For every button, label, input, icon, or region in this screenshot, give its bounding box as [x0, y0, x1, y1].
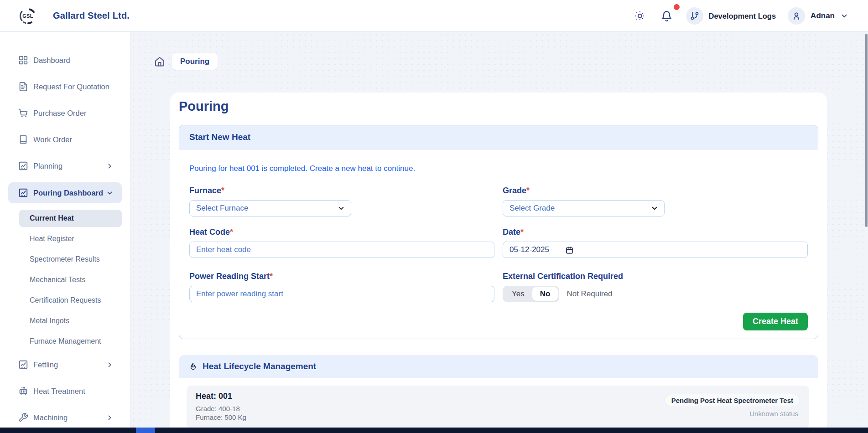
sidebar-item-label: Machining	[33, 413, 68, 422]
main-content-area: Pouring Pouring Start New Heat Pouring f…	[130, 32, 868, 428]
chevron-down-icon	[106, 189, 114, 197]
date-field: Date* 05-12-2025	[503, 227, 808, 258]
sidebar-item-label: Fettling	[33, 361, 58, 369]
external-certification-field: External Certification Required Yes No N…	[503, 272, 808, 302]
heat-summary-card: Heat: 001 Grade: 400-18 Furnace: 500 Kg …	[187, 386, 809, 428]
sidebar-subitem-spectrometer-results[interactable]: Spectrometer Results	[19, 251, 122, 268]
heater-icon	[18, 386, 28, 396]
theme-toggle-button[interactable]	[633, 9, 647, 23]
furnace-label: Furnace*	[189, 186, 494, 196]
chevron-right-icon	[106, 361, 114, 369]
sub-item-label: Mechanical Tests	[30, 276, 85, 284]
company-logo[interactable]: GSL	[17, 5, 38, 26]
sub-item-label: Furnace Management	[30, 337, 101, 345]
development-logs-link[interactable]: Development Logs	[686, 7, 776, 25]
label-text: Grade	[503, 186, 526, 195]
bottom-bar	[0, 428, 868, 433]
page-title: Pouring	[179, 99, 818, 114]
sidebar-item-planning[interactable]: Planning	[8, 156, 122, 176]
chevron-right-icon	[106, 162, 114, 170]
vertical-scrollbar[interactable]	[865, 34, 868, 227]
sidebar-item-heat-treatment[interactable]: Heat Treatment	[8, 381, 122, 401]
sub-item-label: Spectrometer Results	[30, 255, 100, 263]
sidebar-subitem-metal-ingots[interactable]: Metal Ingots	[19, 312, 122, 330]
sidebar-item-dashboard[interactable]: Dashboard	[8, 50, 122, 70]
chevron-down-icon	[650, 204, 659, 212]
label-text: Heat Code	[189, 227, 230, 237]
sub-item-label: Metal Ingots	[30, 317, 69, 325]
label-text: Furnace	[189, 186, 221, 195]
heat-code-field: Heat Code*	[189, 227, 494, 258]
notifications-button[interactable]	[659, 9, 674, 24]
heat-code-label: Heat Code*	[189, 227, 494, 237]
sidebar-item-purchase-order[interactable]: Purchase Order	[8, 103, 122, 123]
home-breadcrumb-button[interactable]	[154, 56, 165, 67]
fettling-chart-icon	[18, 360, 28, 370]
power-reading-input[interactable]	[189, 286, 494, 302]
sidebar-item-pouring-dashboard[interactable]: Pouring Dashboard	[8, 182, 122, 203]
toggle-yes-option[interactable]: Yes	[504, 287, 532, 301]
sub-item-label: Current Heat	[30, 214, 74, 222]
heat-lifecycle-section: Heat Lifecycle Management Heat: 001 Grad…	[179, 355, 818, 428]
app-header: GSL Gallard Steel Ltd. Devel	[0, 0, 868, 32]
grade-field: Grade* Select Grade	[503, 186, 808, 216]
sidebar-item-label: Pouring Dashboard	[33, 189, 103, 197]
power-reading-field: Power Reading Start*	[189, 272, 494, 302]
external-cert-toggle: Yes No	[503, 286, 559, 302]
toggle-no-option[interactable]: No	[532, 287, 558, 301]
sidebar-subitem-current-heat[interactable]: Current Heat	[19, 210, 122, 227]
cert-status-text: Not Required	[567, 289, 612, 299]
calendar-icon[interactable]	[566, 246, 573, 254]
sidebar-subitem-mechanical-tests[interactable]: Mechanical Tests	[19, 271, 122, 289]
sidebar-item-label: Work Order	[33, 135, 72, 144]
sidebar-nav: Dashboard Request For Quotation Purchase…	[0, 32, 130, 428]
external-certification-label: External Certification Required	[503, 272, 808, 281]
chevron-down-icon	[840, 12, 848, 20]
status-subtext: Unknown status	[665, 410, 800, 418]
document-icon	[18, 82, 28, 92]
bottom-bar-accent	[136, 428, 155, 433]
logo-text: GSL	[17, 5, 38, 26]
development-logs-label: Development Logs	[709, 12, 776, 21]
company-name: Gallard Steel Ltd.	[53, 10, 130, 21]
grade-label: Grade*	[503, 186, 808, 196]
sidebar-item-request-for-quotation[interactable]: Request For Quotation	[8, 77, 122, 97]
required-asterisk: *	[230, 227, 233, 237]
planning-chart-icon	[18, 161, 28, 171]
dashboard-grid-icon	[18, 55, 28, 65]
status-badge: Pending Post Heat Spectrometer Test	[665, 394, 800, 407]
power-reading-label: Power Reading Start*	[189, 272, 494, 281]
sidebar-item-label: Dashboard	[33, 56, 70, 65]
pouring-dashboard-submenu: Current Heat Heat Register Spectrometer …	[19, 210, 122, 350]
breadcrumb: Pouring	[154, 53, 218, 70]
create-heat-button[interactable]: Create Heat	[743, 313, 808, 330]
select-placeholder: Select Grade	[509, 204, 555, 213]
label-text: Date	[503, 227, 520, 237]
heat-code-input[interactable]	[189, 242, 494, 258]
heat-summary-left: Heat: 001 Grade: 400-18 Furnace: 500 Kg	[196, 392, 246, 422]
user-menu[interactable]: Adnan	[788, 7, 848, 25]
select-placeholder: Select Furnace	[196, 204, 248, 213]
heat-number: Heat: 001	[196, 392, 246, 401]
content-panel: Pouring Start New Heat Pouring for heat …	[170, 93, 827, 428]
date-value: 05-12-2025	[509, 245, 549, 254]
heat-grade: Grade: 400-18	[196, 404, 246, 413]
sidebar-item-fettling[interactable]: Fettling	[8, 355, 122, 375]
sidebar-item-machining[interactable]: Machining	[8, 407, 122, 428]
start-new-heat-header: Start New Heat	[179, 125, 818, 149]
sidebar-item-work-order[interactable]: Work Order	[8, 129, 122, 149]
furnace-select[interactable]: Select Furnace	[189, 200, 351, 216]
sidebar-item-label: Purchase Order	[33, 109, 86, 118]
date-input[interactable]: 05-12-2025	[503, 242, 808, 258]
sidebar-subitem-furnace-management[interactable]: Furnace Management	[19, 333, 122, 350]
label-text: Power Reading Start	[189, 272, 270, 281]
breadcrumb-current-page[interactable]: Pouring	[172, 53, 218, 70]
sidebar-item-label: Request For Quotation	[33, 82, 109, 91]
chevron-down-icon	[337, 204, 345, 212]
sidebar-subitem-certification-requests[interactable]: Certification Requests	[19, 292, 122, 309]
grade-select[interactable]: Select Grade	[503, 200, 665, 216]
sidebar-subitem-heat-register[interactable]: Heat Register	[19, 230, 122, 247]
cart-icon	[18, 108, 28, 118]
heat-lifecycle-body: Heat: 001 Grade: 400-18 Furnace: 500 Kg …	[179, 378, 818, 428]
sidebar-item-label: Heat Treatment	[33, 387, 85, 396]
